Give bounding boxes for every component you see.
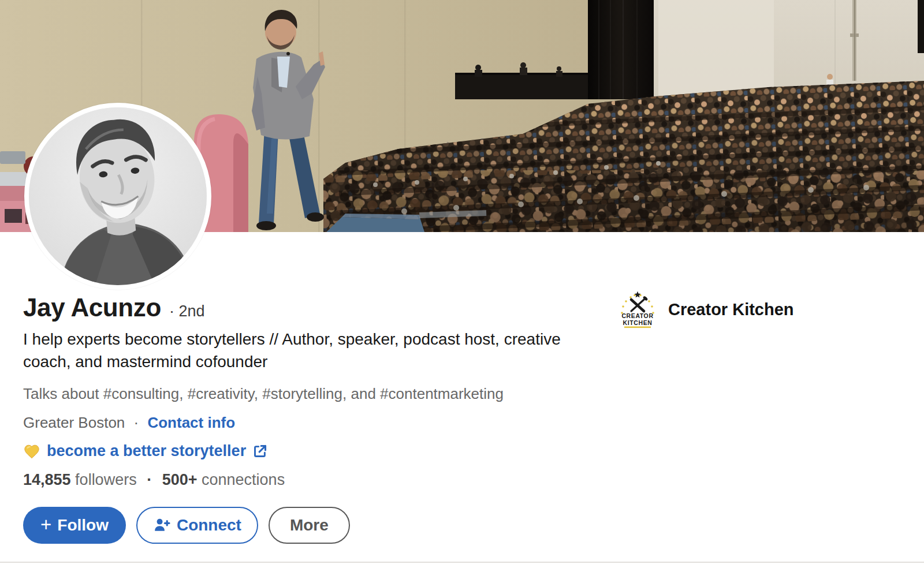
connect-button-label: Connect: [177, 516, 241, 535]
profile-actions: + Follow Connect More: [23, 507, 606, 544]
dot-separator: ·: [147, 471, 152, 488]
person-add-icon: [153, 517, 170, 534]
connections-label: connections: [202, 471, 285, 488]
name-row: Jay Acunzo · 2nd: [23, 293, 606, 322]
creator-kitchen-logo: CREATOR KITCHEN: [617, 290, 658, 329]
yellow-heart-icon: [23, 443, 40, 459]
location: Greater Boston: [23, 414, 125, 431]
connections-count: 500+: [162, 471, 198, 488]
location-row: Greater Boston · Contact info: [23, 414, 606, 432]
plus-icon: +: [40, 514, 51, 536]
follow-button-label: Follow: [57, 516, 109, 535]
followers-count: 14,855: [23, 471, 71, 488]
profile-headline: I help experts become storytellers // Au…: [23, 328, 579, 373]
profile-page: Jay Acunzo · 2nd I help experts become s…: [0, 0, 924, 568]
network-stats-row: 14,855 followers · 500+ connections: [23, 471, 606, 489]
profile-intro-section: Jay Acunzo · 2nd I help experts become s…: [23, 293, 606, 544]
more-button-label: More: [290, 516, 329, 535]
follow-button[interactable]: + Follow: [23, 507, 126, 544]
company-name: Creator Kitchen: [668, 300, 794, 319]
more-button[interactable]: More: [269, 507, 350, 544]
followers-label: followers: [75, 471, 137, 488]
website-link[interactable]: become a better storyteller: [47, 442, 246, 460]
website-row: become a better storyteller: [23, 442, 606, 460]
talks-about: Talks about #consulting, #creativity, #s…: [23, 385, 606, 403]
connections-link[interactable]: 500+ connections: [162, 471, 285, 488]
card-bottom-divider: [0, 562, 924, 563]
logo-text-line1: CREATOR: [621, 312, 653, 319]
profile-photo-image: [29, 107, 207, 285]
logo-text-line2: KITCHEN: [623, 319, 653, 326]
profile-name: Jay Acunzo: [23, 293, 161, 322]
profile-photo[interactable]: [24, 103, 211, 290]
connection-degree-badge: · 2nd: [169, 302, 205, 320]
connect-button[interactable]: Connect: [136, 507, 258, 544]
external-link-icon: [252, 443, 268, 459]
dot-separator: ·: [134, 414, 139, 431]
current-company[interactable]: CREATOR KITCHEN Creator Kitchen: [617, 290, 794, 329]
contact-info-link[interactable]: Contact info: [147, 414, 235, 431]
